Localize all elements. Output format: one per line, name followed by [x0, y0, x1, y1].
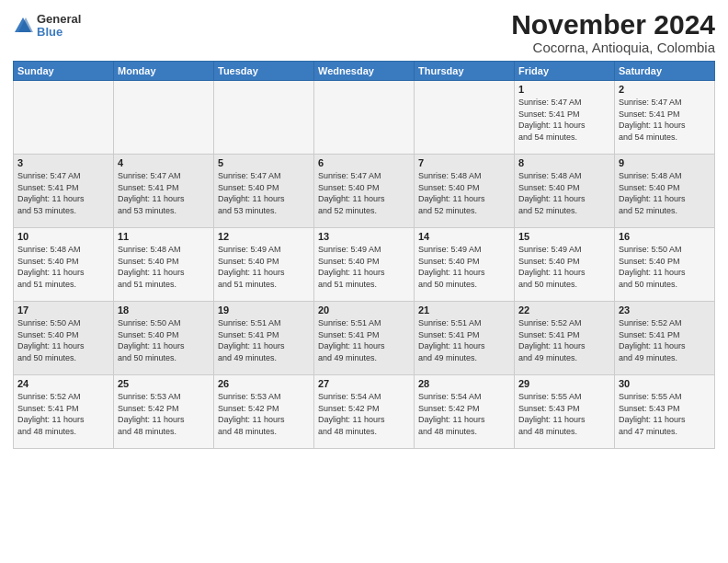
day-number: 10	[17, 231, 109, 242]
calendar-cell-0-1	[114, 81, 214, 155]
col-tuesday: Tuesday	[214, 62, 314, 81]
calendar-cell-0-3	[314, 81, 415, 155]
calendar-cell-1-1: 4Sunrise: 5:47 AM Sunset: 5:41 PM Daylig…	[114, 155, 214, 228]
calendar-cell-1-4: 7Sunrise: 5:48 AM Sunset: 5:40 PM Daylig…	[415, 155, 515, 228]
col-wednesday: Wednesday	[314, 62, 415, 81]
calendar-cell-3-4: 21Sunrise: 5:51 AM Sunset: 5:41 PM Dayli…	[415, 302, 515, 375]
day-info: Sunrise: 5:47 AM Sunset: 5:41 PM Dayligh…	[118, 170, 210, 216]
day-info: Sunrise: 5:50 AM Sunset: 5:40 PM Dayligh…	[17, 317, 109, 363]
day-number: 13	[318, 231, 410, 242]
day-info: Sunrise: 5:48 AM Sunset: 5:40 PM Dayligh…	[17, 244, 109, 290]
calendar-cell-2-3: 13Sunrise: 5:49 AM Sunset: 5:40 PM Dayli…	[314, 228, 415, 302]
calendar-cell-3-5: 22Sunrise: 5:52 AM Sunset: 5:41 PM Dayli…	[515, 302, 615, 375]
logo-text: General Blue	[37, 13, 81, 40]
day-number: 14	[418, 231, 510, 242]
day-number: 24	[17, 378, 109, 389]
day-info: Sunrise: 5:51 AM Sunset: 5:41 PM Dayligh…	[418, 317, 510, 363]
day-info: Sunrise: 5:47 AM Sunset: 5:40 PM Dayligh…	[218, 170, 310, 216]
week-row-4: 24Sunrise: 5:52 AM Sunset: 5:41 PM Dayli…	[14, 375, 715, 449]
day-number: 15	[518, 231, 610, 242]
logo: General Blue	[13, 13, 81, 40]
col-sunday: Sunday	[14, 62, 114, 81]
title-block: November 2024 Cocorna, Antioquia, Colomb…	[511, 9, 715, 55]
calendar-cell-1-3: 6Sunrise: 5:47 AM Sunset: 5:40 PM Daylig…	[314, 155, 415, 228]
calendar-header-row: Sunday Monday Tuesday Wednesday Thursday…	[14, 62, 715, 81]
day-number: 18	[118, 304, 210, 316]
day-number: 19	[218, 304, 310, 316]
day-number: 16	[619, 231, 711, 242]
day-number: 21	[418, 304, 510, 316]
calendar-cell-2-6: 16Sunrise: 5:50 AM Sunset: 5:40 PM Dayli…	[615, 228, 715, 302]
day-info: Sunrise: 5:48 AM Sunset: 5:40 PM Dayligh…	[619, 170, 711, 216]
day-number: 12	[218, 231, 310, 242]
week-row-0: 1Sunrise: 5:47 AM Sunset: 5:41 PM Daylig…	[14, 81, 715, 155]
day-number: 6	[318, 157, 410, 168]
day-info: Sunrise: 5:47 AM Sunset: 5:41 PM Dayligh…	[17, 170, 109, 216]
logo-general: General	[37, 13, 81, 26]
col-monday: Monday	[114, 62, 214, 81]
calendar-cell-0-5: 1Sunrise: 5:47 AM Sunset: 5:41 PM Daylig…	[515, 81, 615, 155]
calendar-cell-0-6: 2Sunrise: 5:47 AM Sunset: 5:41 PM Daylig…	[615, 81, 715, 155]
calendar-cell-4-3: 27Sunrise: 5:54 AM Sunset: 5:42 PM Dayli…	[314, 375, 415, 449]
day-info: Sunrise: 5:51 AM Sunset: 5:41 PM Dayligh…	[318, 317, 410, 363]
day-number: 2	[619, 84, 711, 95]
col-friday: Friday	[515, 62, 615, 81]
day-info: Sunrise: 5:55 AM Sunset: 5:43 PM Dayligh…	[518, 391, 610, 437]
day-number: 22	[518, 304, 610, 316]
logo-blue: Blue	[37, 26, 81, 39]
day-number: 7	[418, 157, 510, 168]
day-info: Sunrise: 5:51 AM Sunset: 5:41 PM Dayligh…	[218, 317, 310, 363]
day-info: Sunrise: 5:53 AM Sunset: 5:42 PM Dayligh…	[218, 391, 310, 437]
page-subtitle: Cocorna, Antioquia, Colombia	[511, 40, 715, 55]
calendar-cell-0-2	[214, 81, 314, 155]
day-info: Sunrise: 5:52 AM Sunset: 5:41 PM Dayligh…	[518, 317, 610, 363]
week-row-3: 17Sunrise: 5:50 AM Sunset: 5:40 PM Dayli…	[14, 302, 715, 375]
day-info: Sunrise: 5:53 AM Sunset: 5:42 PM Dayligh…	[118, 391, 210, 437]
day-number: 8	[518, 157, 610, 168]
day-info: Sunrise: 5:52 AM Sunset: 5:41 PM Dayligh…	[17, 391, 109, 437]
day-number: 26	[218, 378, 310, 389]
day-info: Sunrise: 5:48 AM Sunset: 5:40 PM Dayligh…	[118, 244, 210, 290]
calendar-cell-4-1: 25Sunrise: 5:53 AM Sunset: 5:42 PM Dayli…	[114, 375, 214, 449]
col-saturday: Saturday	[615, 62, 715, 81]
calendar-cell-4-2: 26Sunrise: 5:53 AM Sunset: 5:42 PM Dayli…	[214, 375, 314, 449]
day-info: Sunrise: 5:47 AM Sunset: 5:41 PM Dayligh…	[619, 97, 711, 143]
header: General Blue November 2024 Cocorna, Anti…	[13, 9, 715, 55]
calendar-cell-1-5: 8Sunrise: 5:48 AM Sunset: 5:40 PM Daylig…	[515, 155, 615, 228]
day-number: 20	[318, 304, 410, 316]
calendar-cell-4-5: 29Sunrise: 5:55 AM Sunset: 5:43 PM Dayli…	[515, 375, 615, 449]
day-info: Sunrise: 5:47 AM Sunset: 5:41 PM Dayligh…	[518, 97, 610, 143]
day-info: Sunrise: 5:49 AM Sunset: 5:40 PM Dayligh…	[318, 244, 410, 290]
day-info: Sunrise: 5:47 AM Sunset: 5:40 PM Dayligh…	[318, 170, 410, 216]
day-number: 9	[619, 157, 711, 168]
calendar-cell-2-2: 12Sunrise: 5:49 AM Sunset: 5:40 PM Dayli…	[214, 228, 314, 302]
day-info: Sunrise: 5:52 AM Sunset: 5:41 PM Dayligh…	[619, 317, 711, 363]
day-number: 28	[418, 378, 510, 389]
calendar-cell-2-4: 14Sunrise: 5:49 AM Sunset: 5:40 PM Dayli…	[415, 228, 515, 302]
day-number: 30	[619, 378, 711, 389]
calendar-cell-2-1: 11Sunrise: 5:48 AM Sunset: 5:40 PM Dayli…	[114, 228, 214, 302]
day-info: Sunrise: 5:50 AM Sunset: 5:40 PM Dayligh…	[619, 244, 711, 290]
calendar-cell-3-0: 17Sunrise: 5:50 AM Sunset: 5:40 PM Dayli…	[14, 302, 114, 375]
calendar-cell-3-6: 23Sunrise: 5:52 AM Sunset: 5:41 PM Dayli…	[615, 302, 715, 375]
calendar-cell-0-4	[415, 81, 515, 155]
calendar-cell-2-0: 10Sunrise: 5:48 AM Sunset: 5:40 PM Dayli…	[14, 228, 114, 302]
day-info: Sunrise: 5:49 AM Sunset: 5:40 PM Dayligh…	[418, 244, 510, 290]
day-number: 17	[17, 304, 109, 316]
week-row-1: 3Sunrise: 5:47 AM Sunset: 5:41 PM Daylig…	[14, 155, 715, 228]
day-info: Sunrise: 5:49 AM Sunset: 5:40 PM Dayligh…	[218, 244, 310, 290]
calendar-cell-4-6: 30Sunrise: 5:55 AM Sunset: 5:43 PM Dayli…	[615, 375, 715, 449]
col-thursday: Thursday	[415, 62, 515, 81]
calendar-cell-3-1: 18Sunrise: 5:50 AM Sunset: 5:40 PM Dayli…	[114, 302, 214, 375]
day-info: Sunrise: 5:55 AM Sunset: 5:43 PM Dayligh…	[619, 391, 711, 437]
calendar-cell-4-0: 24Sunrise: 5:52 AM Sunset: 5:41 PM Dayli…	[14, 375, 114, 449]
week-row-2: 10Sunrise: 5:48 AM Sunset: 5:40 PM Dayli…	[14, 228, 715, 302]
day-number: 25	[118, 378, 210, 389]
calendar-cell-1-2: 5Sunrise: 5:47 AM Sunset: 5:40 PM Daylig…	[214, 155, 314, 228]
page-title: November 2024	[511, 9, 715, 40]
day-number: 3	[17, 157, 109, 168]
day-number: 27	[318, 378, 410, 389]
calendar-cell-1-6: 9Sunrise: 5:48 AM Sunset: 5:40 PM Daylig…	[615, 155, 715, 228]
calendar-cell-0-0	[14, 81, 114, 155]
day-number: 11	[118, 231, 210, 242]
